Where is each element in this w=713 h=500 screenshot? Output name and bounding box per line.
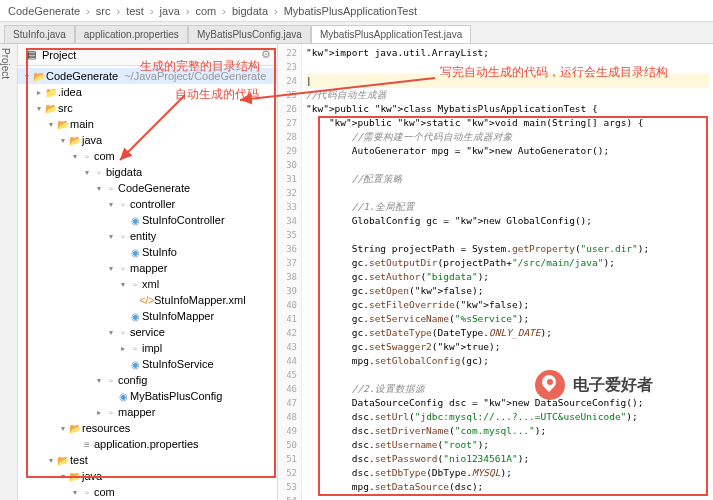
code-line[interactable]: mpg.setGlobalConfig(gc); — [306, 354, 709, 368]
tree-row[interactable]: ▾▫com — [18, 484, 277, 500]
code-line[interactable]: //1.全局配置 — [306, 200, 709, 214]
tree-twisty-icon[interactable]: ▾ — [58, 424, 68, 433]
code-line[interactable]: "kw">public "kw">class MybatisPlusApplic… — [306, 102, 709, 116]
tree-row[interactable]: ▾📂test — [18, 452, 277, 468]
code-line[interactable]: GlobalConfig gc = "kw">new GlobalConfig(… — [306, 214, 709, 228]
tool-window-strip[interactable]: Project — [0, 44, 18, 500]
code-line[interactable] — [306, 60, 709, 74]
tree-row[interactable]: ▸▫impl — [18, 340, 277, 356]
code-line[interactable]: | — [306, 74, 709, 88]
tree-twisty-icon[interactable]: ▾ — [118, 280, 128, 289]
code-line[interactable] — [306, 494, 709, 500]
code-line[interactable]: String projectPath = System.getProperty(… — [306, 242, 709, 256]
tree-twisty-icon[interactable]: ▾ — [70, 488, 80, 497]
project-tree[interactable]: ▾📂CodeGenerate~/JavaProject/CodeGenerate… — [18, 66, 277, 500]
line-gutter: 2223242526272829303132333435363738394041… — [278, 44, 302, 500]
tree-row[interactable]: ◉MyBatisPlusConfig — [18, 388, 277, 404]
code-line[interactable]: //需要构建一个代码自动生成器对象 — [306, 130, 709, 144]
tree-row[interactable]: ▾📂CodeGenerate~/JavaProject/CodeGenerate — [18, 68, 277, 84]
tree-twisty-icon[interactable]: ▾ — [106, 200, 116, 209]
code-line[interactable] — [306, 228, 709, 242]
code-line[interactable]: dsc.setDriverName("com.mysql..."); — [306, 424, 709, 438]
code-area[interactable]: "kw">import java.util.ArrayList; |//代码自动… — [302, 44, 713, 500]
code-editor[interactable]: 2223242526272829303132333435363738394041… — [278, 44, 713, 500]
tree-row[interactable]: ▾▫CodeGenerate — [18, 180, 277, 196]
code-line[interactable]: "kw">import java.util.ArrayList; — [306, 46, 709, 60]
tree-twisty-icon[interactable]: ▾ — [58, 472, 68, 481]
tree-twisty-icon[interactable]: ▸ — [94, 408, 104, 417]
gear-icon[interactable]: ⚙ — [261, 48, 271, 61]
editor-tab[interactable]: application.properties — [75, 25, 188, 43]
tree-row[interactable]: ▾📂src — [18, 100, 277, 116]
tree-row[interactable]: ▾📂resources — [18, 420, 277, 436]
tree-twisty-icon[interactable]: ▾ — [94, 184, 104, 193]
code-line[interactable]: AutoGenerator mpg = "kw">new AutoGenerat… — [306, 144, 709, 158]
code-line[interactable]: gc.setFileOverride("kw">false); — [306, 298, 709, 312]
code-line[interactable] — [306, 186, 709, 200]
tree-row[interactable]: ▸▫mapper — [18, 404, 277, 420]
tree-twisty-icon[interactable]: ▾ — [94, 376, 104, 385]
code-line[interactable]: //代码自动生成器 — [306, 88, 709, 102]
tree-row[interactable]: ▾▫bigdata — [18, 164, 277, 180]
breadcrumb-item[interactable]: java — [160, 5, 180, 17]
code-line[interactable]: gc.setServiceName("%sService"); — [306, 312, 709, 326]
tree-twisty-icon[interactable]: ▾ — [106, 232, 116, 241]
breadcrumb-item[interactable]: bigdata — [232, 5, 268, 17]
tree-label: StuInfoMapper.xml — [154, 294, 246, 306]
tree-row[interactable]: ◉StuInfo — [18, 244, 277, 260]
tree-row[interactable]: ≡application.properties — [18, 436, 277, 452]
tree-row[interactable]: ▾▫mapper — [18, 260, 277, 276]
breadcrumb-item[interactable]: com — [195, 5, 216, 17]
tree-row[interactable]: ▾▫config — [18, 372, 277, 388]
editor-tab[interactable]: MybatisPlusApplicationTest.java — [311, 25, 471, 43]
tree-row[interactable]: ▾📂java — [18, 468, 277, 484]
breadcrumb-item[interactable]: CodeGenerate — [8, 5, 80, 17]
code-line[interactable]: dsc.setUrl("jdbc:mysql://...?...=UTC&use… — [306, 410, 709, 424]
tree-twisty-icon[interactable]: ▾ — [22, 72, 32, 81]
code-line[interactable]: DataSourceConfig dsc = "kw">new DataSour… — [306, 396, 709, 410]
tree-row[interactable]: ▾▫controller — [18, 196, 277, 212]
tree-row[interactable]: ◉StuInfoMapper — [18, 308, 277, 324]
code-line[interactable]: gc.setOutputDir(projectPath+"/src/main/j… — [306, 256, 709, 270]
code-line[interactable]: //2.设置数据源 — [306, 382, 709, 396]
tree-row[interactable]: </>StuInfoMapper.xml — [18, 292, 277, 308]
tree-twisty-icon[interactable]: ▾ — [106, 328, 116, 337]
breadcrumb-item[interactable]: test — [126, 5, 144, 17]
tree-row[interactable]: ▾▫xml — [18, 276, 277, 292]
tree-row[interactable]: ▾▫com — [18, 148, 277, 164]
folder-icon: 📁 — [44, 85, 58, 99]
tree-row[interactable]: ▾📂main — [18, 116, 277, 132]
tree-twisty-icon[interactable]: ▾ — [70, 152, 80, 161]
tree-row[interactable]: ▾▫service — [18, 324, 277, 340]
tree-twisty-icon[interactable]: ▾ — [46, 120, 56, 129]
tree-label: bigdata — [106, 166, 142, 178]
tree-row[interactable]: ▾▫entity — [18, 228, 277, 244]
tree-row[interactable]: ◉StuInfoController — [18, 212, 277, 228]
code-line[interactable]: dsc.setUsername("root"); — [306, 438, 709, 452]
tree-row[interactable]: ▾📂java — [18, 132, 277, 148]
code-line[interactable] — [306, 158, 709, 172]
breadcrumb-item[interactable]: src — [96, 5, 111, 17]
code-line[interactable] — [306, 368, 709, 382]
tree-row[interactable]: ▸📁.idea — [18, 84, 277, 100]
code-line[interactable]: dsc.setDbType(DbType.MYSQL); — [306, 466, 709, 480]
tree-twisty-icon[interactable]: ▸ — [34, 88, 44, 97]
breadcrumb-item[interactable]: MybatisPlusApplicationTest — [284, 5, 417, 17]
code-line[interactable]: dsc.setPassword("nio1234561A"); — [306, 452, 709, 466]
tree-twisty-icon[interactable]: ▾ — [46, 456, 56, 465]
code-line[interactable]: //配置策略 — [306, 172, 709, 186]
editor-tab[interactable]: MyBatisPlusConfig.java — [188, 25, 311, 43]
tree-twisty-icon[interactable]: ▾ — [58, 136, 68, 145]
tree-twisty-icon[interactable]: ▾ — [34, 104, 44, 113]
code-line[interactable]: gc.setAuthor("bigdata"); — [306, 270, 709, 284]
code-line[interactable]: gc.setSwagger2("kw">true); — [306, 340, 709, 354]
code-line[interactable]: gc.setDateType(DateType.ONLY_DATE); — [306, 326, 709, 340]
code-line[interactable]: "kw">public "kw">static "kw">void main(S… — [306, 116, 709, 130]
tree-row[interactable]: ◉StuInfoService — [18, 356, 277, 372]
tree-twisty-icon[interactable]: ▾ — [106, 264, 116, 273]
code-line[interactable]: gc.setOpen("kw">false); — [306, 284, 709, 298]
tree-twisty-icon[interactable]: ▾ — [82, 168, 92, 177]
tree-twisty-icon[interactable]: ▸ — [118, 344, 128, 353]
editor-tab[interactable]: StuInfo.java — [4, 25, 75, 43]
code-line[interactable]: mpg.setDataSource(dsc); — [306, 480, 709, 494]
